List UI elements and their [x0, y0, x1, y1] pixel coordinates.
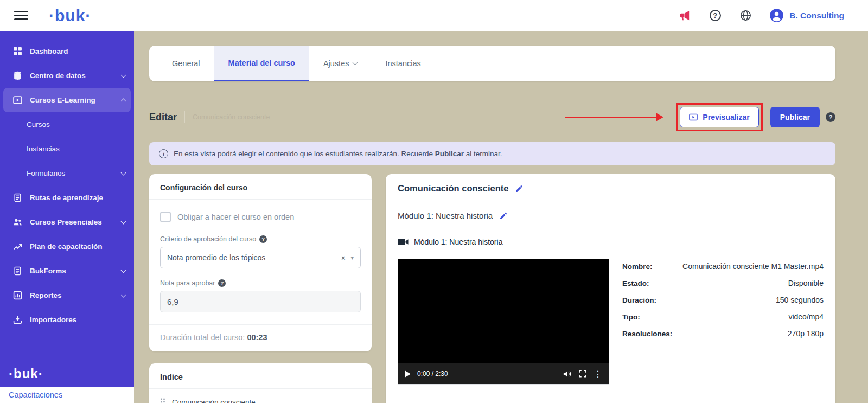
- publish-help-icon[interactable]: ?: [826, 112, 835, 122]
- info-banner: i En esta vista podrá elegir el contenid…: [149, 142, 835, 165]
- sidebar-item-instancias[interactable]: Instancias: [0, 137, 134, 161]
- capacitaciones-bar: Capacitaciones: [0, 387, 134, 403]
- clear-selection-icon[interactable]: ×: [341, 254, 346, 262]
- grade-help-icon[interactable]: ?: [218, 279, 226, 287]
- index-item[interactable]: Comunicación consciente: [149, 389, 372, 403]
- people-icon: [13, 218, 23, 227]
- megaphone-icon[interactable]: [678, 9, 691, 22]
- trend-icon: [13, 242, 23, 252]
- more-options-icon[interactable]: ⋮: [593, 369, 602, 379]
- index-panel: Indice Comunicación consciente: [149, 363, 372, 403]
- user-name: B. Consulting: [789, 11, 844, 21]
- order-checkbox-label: Obligar a hacer el curso en orden: [177, 213, 294, 221]
- help-icon[interactable]: ?: [709, 9, 722, 22]
- video-metadata: Nombre: Comunicación consciente M1 Maste…: [622, 259, 824, 385]
- page-header: Editar Comunicación consciente Previsual…: [149, 103, 835, 131]
- chevron-down-icon: [121, 267, 126, 273]
- capacitaciones-link[interactable]: Capacitaciones: [9, 391, 62, 399]
- buk-logo: ·buk·: [49, 7, 91, 25]
- sidebar-item-dashboard[interactable]: Dashboard: [0, 39, 134, 63]
- tab-material-del-curso[interactable]: Material del curso: [214, 46, 309, 81]
- meta-row: Estado: Disponible: [622, 279, 824, 287]
- avatar-icon: [769, 8, 784, 23]
- chevron-up-icon: [121, 99, 126, 104]
- chevron-down-icon: [121, 72, 126, 78]
- sidebar-item-plan-de-capacitacion[interactable]: Plan de capacitación: [0, 234, 134, 259]
- user-menu[interactable]: B. Consulting: [769, 8, 844, 23]
- import-icon: [13, 315, 23, 325]
- sidebar-buk-logo: ·buk·: [0, 366, 134, 387]
- sidebar-item-formularios[interactable]: Formularios: [0, 161, 134, 185]
- annotation-box: Previsualizar: [676, 103, 762, 131]
- total-duration: Duración total del curso: 00:23: [149, 324, 372, 351]
- preview-button[interactable]: Previsualizar: [680, 107, 758, 127]
- module-title: Módulo 1: Nuestra historia: [398, 211, 493, 220]
- approval-criteria-select[interactable]: Nota promedio de los tópicos × ▾: [160, 247, 361, 268]
- main-content: General Material del curso Ajustes Insta…: [134, 31, 868, 403]
- edit-course-title-icon[interactable]: [515, 184, 524, 193]
- report-icon: [13, 291, 23, 300]
- sidebar-item-centro-de-datos[interactable]: Centro de datos: [0, 63, 134, 88]
- page-title: Editar: [149, 112, 177, 123]
- fullscreen-icon[interactable]: [578, 369, 587, 378]
- sidebar: Dashboard Centro de datos Cursos E-Learn…: [0, 31, 134, 403]
- video-camera-icon: [398, 238, 409, 246]
- breadcrumb: Comunicación consciente: [193, 113, 270, 121]
- meta-row: Duración: 150 segundos: [622, 296, 824, 304]
- course-tabs: General Material del curso Ajustes Insta…: [149, 46, 835, 81]
- tab-ajustes[interactable]: Ajustes: [309, 46, 372, 81]
- sidebar-item-reportes[interactable]: Reportes: [0, 283, 134, 308]
- play-icon[interactable]: [405, 370, 411, 378]
- volume-icon[interactable]: [563, 369, 572, 379]
- config-panel-title: Configuración del curso: [149, 174, 372, 200]
- form-icon: [13, 266, 23, 276]
- elearning-icon: [13, 95, 23, 105]
- course-title: Comunicación consciente: [398, 183, 508, 194]
- video-controls: 0:00 / 2:30 ⋮: [398, 363, 609, 384]
- meta-row: Resoluciones: 270p 180p: [622, 329, 824, 338]
- chevron-down-icon: [353, 60, 358, 66]
- tab-general[interactable]: General: [158, 46, 214, 81]
- tab-instancias[interactable]: Instancias: [371, 46, 435, 81]
- drag-handle-icon[interactable]: [160, 398, 165, 403]
- video-time: 0:00 / 2:30: [417, 370, 448, 378]
- top-bar: ·buk· ? B. Consulting: [0, 0, 868, 31]
- order-checkbox[interactable]: [160, 212, 171, 222]
- chevron-down-icon: [121, 170, 126, 175]
- criteria-label: Criterio de aprobación del curso: [160, 235, 256, 243]
- video-player[interactable]: 0:00 / 2:30 ⋮: [398, 259, 609, 385]
- index-title: Indice: [149, 363, 372, 389]
- sidebar-item-cursos[interactable]: Cursos: [0, 112, 134, 137]
- grade-label: Nota para aprobar: [160, 279, 215, 287]
- sidebar-item-cursos-elearning[interactable]: Cursos E-Learning: [3, 88, 131, 112]
- info-icon: i: [159, 149, 168, 158]
- dashboard-icon: [13, 47, 23, 56]
- publish-button[interactable]: Publicar: [770, 107, 820, 127]
- sidebar-item-bukforms[interactable]: BukForms: [0, 259, 134, 283]
- hamburger-menu-icon[interactable]: [14, 9, 28, 22]
- sidebar-item-importadores[interactable]: Importadores: [0, 308, 134, 332]
- annotation-arrow: [565, 117, 656, 118]
- document-icon: [13, 193, 23, 203]
- course-config-panel: Configuración del curso Obligar a hacer …: [149, 174, 372, 351]
- meta-row: Tipo: video/mp4: [622, 312, 824, 321]
- video-item-title: Módulo 1: Nuestra historia: [414, 238, 502, 246]
- sidebar-item-rutas-de-aprendizaje[interactable]: Rutas de aprendizaje: [0, 185, 134, 210]
- chevron-down-icon: [121, 292, 126, 297]
- course-content-panel: Comunicación consciente Módulo 1: Nuestr…: [386, 174, 835, 403]
- select-caret-icon[interactable]: ▾: [350, 254, 354, 261]
- database-icon: [13, 71, 23, 81]
- chevron-down-icon: [121, 219, 126, 224]
- globe-icon[interactable]: [739, 9, 752, 22]
- sidebar-item-cursos-presenciales[interactable]: Cursos Presenciales: [0, 210, 134, 234]
- preview-screen-icon: [689, 113, 698, 121]
- edit-module-title-icon[interactable]: [499, 212, 508, 220]
- meta-row: Nombre: Comunicación consciente M1 Maste…: [622, 262, 824, 271]
- passing-grade-input[interactable]: [160, 291, 361, 312]
- criteria-help-icon[interactable]: ?: [259, 235, 267, 243]
